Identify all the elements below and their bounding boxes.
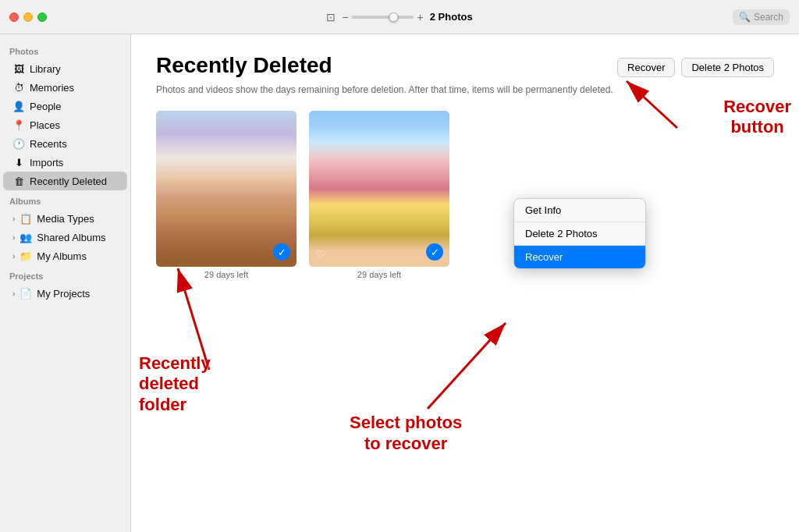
svg-rect-8	[228, 158, 240, 165]
sidebar-item-shared-albums[interactable]: › 👥 Shared Albums	[3, 228, 127, 246]
context-menu: Get Info Delete 2 Photos Recover	[513, 198, 646, 269]
svg-rect-30	[371, 203, 403, 254]
svg-rect-3	[250, 111, 273, 267]
albums-section-label: Albums	[0, 190, 130, 209]
photo-thumbnail[interactable]: ✓	[156, 111, 297, 267]
media-types-icon: 📋	[20, 212, 32, 225]
sidebar-item-recents[interactable]: 🕐 Recents	[3, 134, 127, 153]
svg-point-21	[413, 121, 439, 147]
content-header: Recently Deleted Recover Delete 2 Photos	[156, 53, 774, 78]
sidebar-item-recently-deleted[interactable]: 🗑 Recently Deleted	[3, 172, 127, 190]
traffic-lights	[9, 12, 47, 22]
recents-icon: 🕐	[12, 137, 25, 150]
svg-rect-12	[242, 144, 248, 167]
photo-thumbnail[interactable]: ♡ ✓	[309, 111, 449, 267]
sidebar-item-people[interactable]: 👤 People	[3, 97, 127, 115]
chevron-right-icon: ›	[12, 289, 15, 298]
svg-rect-35	[385, 218, 389, 229]
sidebar-item-label: Library	[30, 63, 61, 75]
people-icon: 👤	[12, 100, 25, 112]
sidebar-item-memories[interactable]: ⏱ Memories	[3, 78, 127, 97]
window-title: 2 Photos	[430, 11, 473, 23]
memories-icon: ⏱	[12, 81, 25, 94]
photo-image	[309, 111, 449, 267]
context-menu-get-info[interactable]: Get Info	[514, 199, 645, 222]
sidebar-item-label: People	[30, 101, 61, 112]
zoom-slider[interactable]: − +	[342, 11, 423, 23]
sidebar-item-library[interactable]: 🖼 Library	[3, 59, 127, 78]
search-box[interactable]: 🔍 Search	[733, 9, 790, 25]
svg-rect-2	[203, 111, 226, 267]
chevron-right-icon: ›	[12, 215, 15, 223]
svg-line-23	[354, 138, 356, 173]
photo-item[interactable]: ✓ 29 days left	[156, 111, 297, 279]
svg-rect-28	[331, 212, 365, 259]
photo-label: 29 days left	[204, 270, 248, 279]
close-button[interactable]	[9, 12, 19, 22]
shared-albums-icon: 👥	[20, 231, 32, 243]
recover-button-annotation: Recoverbutton	[723, 97, 791, 138]
photo-item[interactable]: ♡ ✓ 29 days left	[309, 111, 449, 279]
svg-point-29	[371, 173, 403, 204]
sidebar-item-imports[interactable]: ⬇ Imports	[3, 153, 127, 172]
svg-rect-31	[352, 232, 407, 263]
sidebar-item-label: Places	[30, 119, 60, 131]
sidebar-item-label: Recents	[30, 138, 67, 150]
svg-line-22	[331, 148, 332, 173]
svg-rect-33	[365, 220, 369, 229]
fullscreen-button[interactable]	[37, 12, 47, 22]
photo-heart-icon: ♡	[315, 248, 325, 261]
trash-icon: 🗑	[12, 175, 25, 187]
photo-image	[156, 111, 297, 267]
svg-point-19	[367, 120, 392, 145]
photo-check-icon[interactable]: ✓	[426, 243, 443, 261]
svg-point-18	[344, 115, 368, 138]
svg-rect-32	[356, 226, 403, 234]
annotation-arrows	[131, 34, 799, 532]
sidebar-item-my-albums[interactable]: › 📁 My Albums	[3, 246, 127, 265]
sidebar-item-label: My Albums	[37, 250, 87, 262]
titlebar-center: ⊡ − + 2 Photos	[326, 11, 472, 23]
minimize-button[interactable]	[23, 12, 33, 22]
svg-rect-0	[156, 111, 297, 267]
header-buttons: Recover Delete 2 Photos	[617, 58, 774, 77]
svg-line-26	[424, 147, 426, 173]
sidebar-item-label: Imports	[30, 157, 63, 168]
svg-rect-1	[156, 111, 179, 267]
sidebar-item-places[interactable]: 📍 Places	[3, 115, 127, 134]
context-menu-recover[interactable]: Recover	[514, 246, 645, 268]
svg-point-37	[375, 211, 379, 218]
svg-rect-16	[309, 111, 449, 267]
search-icon: 🔍	[739, 12, 751, 23]
svg-rect-11	[204, 144, 211, 167]
recently-deleted-annotation: Recentlydeletedfolder	[139, 353, 211, 415]
my-projects-icon: 📄	[20, 287, 32, 300]
sidebar-item-my-projects[interactable]: › 📄 My Projects	[3, 284, 127, 303]
svg-rect-4	[199, 173, 254, 251]
library-icon: 🖼	[12, 62, 25, 75]
my-albums-icon: 📁	[20, 250, 32, 262]
imports-icon: ⬇	[12, 156, 25, 168]
content-area: Recently Deleted Recover Delete 2 Photos…	[131, 34, 799, 532]
slider-thumb[interactable]	[389, 12, 399, 22]
svg-point-17	[318, 120, 346, 148]
sidebar: Photos 🖼 Library ⏱ Memories 👤 People 📍 P…	[0, 34, 131, 532]
svg-point-10	[204, 134, 248, 153]
recover-button[interactable]: Recover	[617, 58, 675, 77]
photo-label: 29 days left	[357, 270, 401, 279]
svg-point-6	[204, 140, 248, 183]
delete-button[interactable]: Delete 2 Photos	[681, 58, 774, 77]
photo-check-icon[interactable]: ✓	[273, 243, 290, 261]
select-photos-annotation: Select photosto recover	[350, 413, 462, 454]
context-menu-delete[interactable]: Delete 2 Photos	[514, 222, 645, 246]
svg-point-27	[331, 179, 365, 214]
photos-section-label: Photos	[0, 41, 130, 59]
chevron-right-icon: ›	[12, 233, 15, 242]
sidebar-item-label: My Projects	[37, 288, 90, 300]
svg-line-41	[428, 323, 506, 409]
zoom-out-icon: −	[342, 11, 348, 23]
svg-point-36	[364, 215, 369, 222]
sidebar-item-media-types[interactable]: › 📋 Media Types	[3, 209, 127, 228]
search-input[interactable]: Search	[754, 12, 783, 23]
titlebar: ⊡ − + 2 Photos 🔍 Search	[0, 0, 799, 34]
